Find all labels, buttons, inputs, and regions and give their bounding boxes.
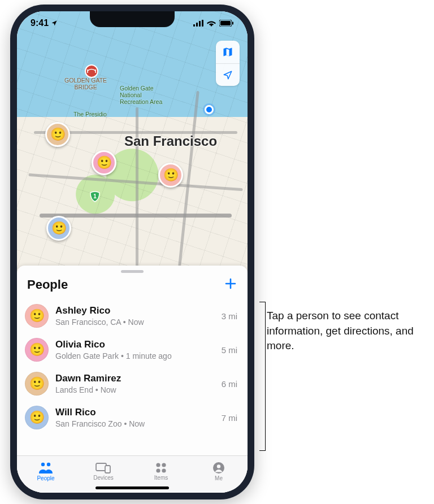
map-poi-gg-nra: Golden Gate National Recreation Area — [120, 85, 162, 105]
svg-point-16 — [162, 468, 166, 472]
cellular-icon — [193, 20, 203, 27]
tab-label: Devices — [93, 475, 114, 481]
list-item[interactable]: 🙂 Will Rico San Francisco Zoo • Now 7 mi — [17, 401, 248, 435]
svg-point-15 — [156, 468, 160, 472]
map-poi-gg-bridge: GOLDEN GATE BRIDGE — [64, 77, 107, 90]
map-mode-button[interactable] — [216, 41, 240, 63]
map-icon — [222, 46, 233, 58]
plus-icon — [224, 277, 237, 290]
person-distance: 3 mi — [222, 311, 237, 321]
wifi-icon — [207, 20, 216, 27]
person-distance: 6 mi — [222, 379, 237, 389]
person-icon — [212, 462, 225, 474]
sheet-title: People — [27, 277, 68, 292]
svg-rect-8 — [232, 22, 233, 25]
tab-label: Me — [215, 475, 223, 481]
svg-rect-4 — [199, 21, 201, 27]
home-indicator[interactable] — [96, 486, 169, 489]
avatar: 🙂 — [25, 372, 49, 396]
map-pin[interactable]: 🙂 — [92, 150, 116, 175]
svg-rect-5 — [202, 20, 203, 27]
location-arrow-icon — [223, 70, 233, 80]
person-name: Ashley Rico — [55, 305, 215, 316]
svg-point-10 — [47, 463, 50, 466]
person-sub: San Francisco Zoo • Now — [55, 419, 215, 428]
map-pin[interactable]: 🙂 — [46, 216, 71, 241]
list-item[interactable]: 🙂 Ashley Rico San Francisco, CA • Now 3 … — [17, 299, 248, 333]
tab-items[interactable]: Items — [132, 456, 190, 487]
callout-text: Tap a person to see contact information,… — [267, 309, 419, 354]
svg-text:1: 1 — [93, 193, 97, 199]
list-item[interactable]: 🙂 Dawn Ramirez Lands End • Now 6 mi — [17, 367, 248, 401]
avatar: 🙂 — [25, 304, 49, 328]
map-pin[interactable]: 🙂 — [158, 163, 183, 188]
phone-frame: San Francisco GOLDEN GATE BRIDGE Golden … — [10, 5, 254, 499]
phone-screen: San Francisco GOLDEN GATE BRIDGE Golden … — [17, 11, 248, 493]
tab-label: Items — [154, 475, 168, 481]
person-distance: 5 mi — [222, 345, 237, 355]
person-name: Dawn Ramirez — [55, 373, 215, 384]
route-shield-icon: 1 — [89, 191, 101, 202]
map-controls — [216, 41, 240, 86]
person-sub: San Francisco, CA • Now — [55, 318, 215, 327]
locate-me-button[interactable] — [216, 63, 240, 86]
add-person-button[interactable] — [224, 276, 237, 293]
avatar: 🙂 — [25, 338, 49, 362]
svg-point-9 — [41, 463, 45, 466]
person-name: Will Rico — [55, 407, 215, 418]
people-icon — [38, 462, 53, 474]
tab-label: People — [37, 475, 54, 481]
list-item[interactable]: 🙂 Olivia Rico Golden Gate Park • 1 minut… — [17, 333, 248, 367]
status-time: 9:41 — [31, 18, 49, 28]
person-name: Olivia Rico — [55, 339, 215, 350]
svg-point-14 — [162, 463, 166, 467]
tab-me[interactable]: Me — [190, 456, 248, 487]
items-icon — [155, 462, 167, 473]
tab-devices[interactable]: Devices — [75, 456, 132, 487]
svg-rect-12 — [105, 466, 110, 473]
battery-icon — [219, 20, 234, 27]
sheet-grabber[interactable] — [121, 270, 144, 273]
map-city-label: San Francisco — [124, 133, 217, 149]
map-poi-presidio: The Presidio — [73, 111, 107, 118]
svg-rect-3 — [196, 23, 198, 27]
svg-point-13 — [156, 463, 160, 467]
person-sub: Golden Gate Park • 1 minute ago — [55, 351, 215, 360]
svg-rect-7 — [220, 21, 231, 25]
tab-people[interactable]: People — [17, 456, 75, 487]
location-services-icon — [51, 20, 58, 27]
callout-bracket — [255, 302, 266, 451]
phone-notch — [90, 11, 175, 27]
person-distance: 7 mi — [222, 413, 237, 423]
svg-rect-2 — [193, 24, 195, 27]
map-poi-bridge-icon — [85, 64, 98, 78]
person-sub: Lands End • Now — [55, 385, 215, 394]
map-pin[interactable]: 🙂 — [45, 122, 70, 147]
user-location-dot — [205, 105, 214, 114]
avatar: 🙂 — [25, 406, 49, 429]
svg-point-18 — [217, 464, 220, 468]
devices-icon — [96, 462, 111, 473]
